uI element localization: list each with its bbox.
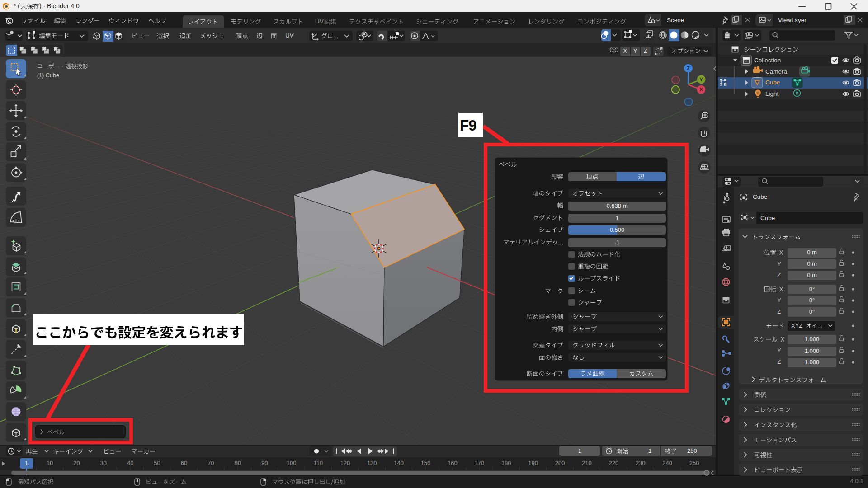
svg-text:X: X	[699, 87, 703, 92]
svg-text:Z: Z	[687, 66, 690, 71]
svg-text:Y: Y	[700, 77, 703, 82]
